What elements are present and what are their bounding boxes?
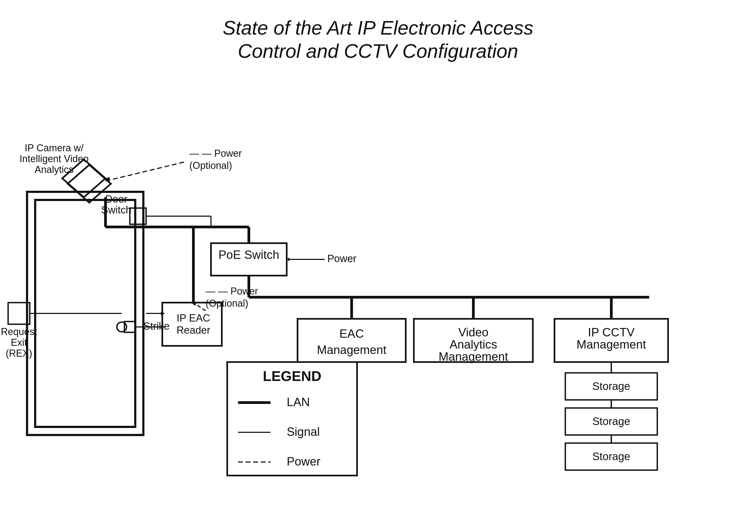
storage3-label: Storage: [592, 450, 630, 462]
svg-text:Management: Management: [317, 343, 387, 356]
svg-text:Exit: Exit: [11, 337, 27, 348]
page: State of the Art IP Electronic Access Co…: [0, 0, 756, 532]
legend-power: Power: [287, 455, 320, 468]
svg-text:Analytics: Analytics: [449, 338, 497, 351]
svg-text:(Optional): (Optional): [205, 298, 248, 309]
svg-line-14: [105, 162, 184, 181]
svg-text:Management: Management: [439, 350, 508, 363]
svg-point-4: [117, 322, 126, 332]
poe-switch-label: PoE Switch: [219, 248, 280, 261]
power-optional-camera: — — Power: [189, 148, 242, 159]
svg-text:(Optional): (Optional): [189, 160, 232, 171]
ip-eac-label: IP EAC: [176, 312, 210, 324]
svg-text:Analytics: Analytics: [35, 164, 73, 175]
legend-title: LEGEND: [263, 368, 322, 384]
ip-cctv-label: IP CCTV: [588, 326, 635, 339]
storage1-label: Storage: [592, 380, 630, 392]
legend-signal: Signal: [287, 425, 320, 438]
diagram-svg: Door Switch Strike Request Exit (REX) IP…: [0, 76, 756, 532]
diagram-area: Door Switch Strike Request Exit (REX) IP…: [0, 76, 756, 532]
camera-label: IP Camera w/: [25, 142, 83, 153]
page-title: State of the Art IP Electronic Access Co…: [0, 0, 756, 63]
svg-text:Reader: Reader: [176, 324, 210, 336]
video-analytics-label: Video: [458, 326, 489, 339]
svg-marker-10: [68, 165, 111, 203]
eac-management-label: EAC: [339, 327, 364, 340]
svg-text:Intelligent Video: Intelligent Video: [19, 153, 89, 164]
svg-text:Management: Management: [577, 338, 646, 351]
legend-lan: LAN: [287, 395, 310, 409]
power-poe-label: Power: [327, 253, 357, 264]
rex-label: Request: [1, 326, 37, 337]
storage2-label: Storage: [592, 415, 630, 427]
svg-text:(REX): (REX): [6, 348, 32, 359]
power-optional-eac: — — Power: [205, 286, 258, 297]
door-switch-label: Door: [105, 193, 128, 205]
svg-rect-42: [162, 303, 222, 346]
strike-label: Strike: [143, 320, 170, 332]
svg-marker-18: [288, 258, 291, 261]
